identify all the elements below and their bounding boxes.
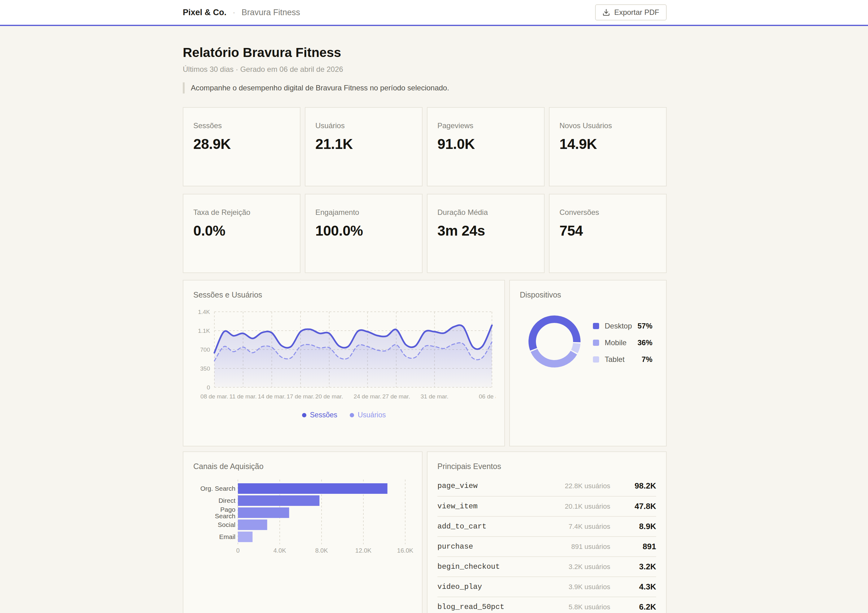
svg-text:Email: Email (219, 533, 236, 540)
bar-social (238, 520, 267, 530)
svg-text:4.0K: 4.0K (273, 547, 286, 554)
event-value: 6.2K (626, 602, 656, 612)
event-name: purchase (437, 542, 571, 551)
event-name: page_view (437, 482, 565, 490)
line-chart-legend: SessõesUsuários (193, 411, 494, 419)
devices-chart-title: Dispositivos (520, 290, 656, 299)
svg-text:0: 0 (236, 547, 239, 554)
kpi-grid: Sessões28.9KUsuários21.1KPageviews91.0KN… (183, 107, 666, 273)
bar-direct (238, 495, 319, 506)
devices-chart-card: Dispositivos Desktop57%Mobile36%Tablet7% (509, 280, 666, 446)
report-page: Pixel & Co. · Bravura Fitness Exportar P… (0, 0, 868, 613)
event-value: 98.2K (626, 481, 656, 491)
export-pdf-label: Exportar PDF (614, 8, 659, 17)
donut-slice-tablet (574, 343, 577, 352)
event-users: 3.2K usuários (569, 563, 610, 571)
export-pdf-button[interactable]: Exportar PDF (595, 4, 666, 20)
svg-text:11 de mar.: 11 de mar. (229, 393, 257, 400)
event-row-video-play: video_play3.9K usuários4.3K (437, 576, 656, 597)
event-name: begin_checkout (437, 562, 569, 571)
events-table-card: Principais Eventos page_view22.8K usuári… (427, 451, 666, 613)
event-users: 891 usuários (571, 543, 610, 551)
kpi-label: Duração Média (437, 208, 534, 217)
kpi-value: 91.0K (437, 136, 534, 152)
event-value: 8.9K (626, 522, 656, 531)
kpi-value: 28.9K (193, 136, 290, 152)
legend-item-sess-es: Sessões (302, 411, 337, 419)
event-users: 5.8K usuários (569, 603, 610, 611)
devices-donut-chart (525, 312, 584, 374)
channels-bar-chart: 04.0K8.0K12.0K16.0KOrg. SearchDirectPago… (193, 477, 412, 560)
device-pct: 57% (637, 322, 653, 330)
event-row-page-view: page_view22.8K usuários98.2K (437, 476, 656, 496)
kpi-card-sess-es: Sessões28.9K (183, 107, 301, 186)
legend-dot-icon (350, 413, 354, 417)
report-intro-quote: Acompanhe o desempenho digital de Bravur… (183, 82, 666, 93)
charts-row: Sessões e Usuários 03507001.1K1.4K08 de … (183, 280, 666, 446)
kpi-value: 14.9K (560, 136, 656, 152)
kpi-value: 0.0% (193, 222, 290, 239)
legend-swatch-icon (593, 323, 599, 329)
channels-chart-title: Canais de Aquisição (193, 462, 412, 471)
svg-text:700: 700 (200, 347, 210, 353)
svg-text:14 de mar.: 14 de mar. (258, 393, 286, 400)
legend-label: Usuários (358, 411, 386, 419)
device-pct: 36% (637, 338, 653, 347)
kpi-card-dura-o-m-dia: Duração Média3m 24s (427, 194, 545, 273)
top-navigation-bar: Pixel & Co. · Bravura Fitness Exportar P… (0, 0, 868, 26)
kpi-value: 754 (560, 222, 656, 239)
legend-label: Sessões (310, 411, 337, 419)
svg-text:27 de mar.: 27 de mar. (382, 393, 410, 400)
event-name: video_play (437, 583, 569, 591)
device-label: Tablet (604, 355, 642, 364)
kpi-card-pageviews: Pageviews91.0K (427, 107, 545, 186)
event-name: view_item (437, 502, 565, 511)
event-name: add_to_cart (437, 522, 569, 531)
kpi-card-convers-es: Conversões754 (549, 194, 666, 273)
kpi-card-taxa-de-rejei-o: Taxa de Rejeição0.0% (183, 194, 301, 273)
kpi-label: Usuários (315, 121, 412, 130)
kpi-label: Taxa de Rejeição (193, 208, 290, 217)
svg-text:1.4K: 1.4K (198, 309, 210, 315)
event-users: 3.9K usuários (569, 583, 610, 591)
kpi-card-engajamento: Engajamento100.0% (305, 194, 423, 273)
kpi-card-usu-rios: Usuários21.1K (305, 107, 423, 186)
device-pct: 7% (642, 355, 653, 364)
device-legend-row-mobile: Mobile36% (593, 338, 653, 347)
svg-text:8.0K: 8.0K (315, 547, 328, 554)
kpi-value: 100.0% (315, 222, 412, 239)
device-legend-row-tablet: Tablet7% (593, 355, 653, 364)
page-title: Relatório Bravura Fitness (183, 45, 666, 61)
svg-text:1.1K: 1.1K (198, 328, 210, 334)
svg-text:Direct: Direct (219, 497, 236, 504)
event-value: 3.2K (626, 562, 656, 571)
donut-slice-desktop (532, 319, 577, 349)
kpi-label: Pageviews (437, 121, 534, 130)
event-value: 891 (626, 542, 656, 551)
event-row-purchase: purchase891 usuários891 (437, 536, 656, 556)
donut-slice-mobile (534, 350, 574, 364)
kpi-value: 3m 24s (437, 222, 534, 239)
channels-chart-card: Canais de Aquisição 04.0K8.0K12.0K16.0KO… (183, 451, 423, 613)
svg-text:31 de mar.: 31 de mar. (421, 393, 449, 400)
download-icon (603, 9, 610, 16)
legend-dot-icon (302, 413, 306, 417)
svg-text:24 de mar.: 24 de mar. (353, 393, 381, 400)
event-row-begin-checkout: begin_checkout3.2K usuários3.2K (437, 556, 656, 576)
svg-text:08 de mar.: 08 de mar. (200, 393, 228, 400)
brand-separator: · (232, 8, 236, 17)
event-users: 7.4K usuários (569, 523, 610, 531)
kpi-label: Novos Usuários (560, 121, 656, 130)
event-users: 20.1K usuários (565, 503, 610, 511)
events-table-title: Principais Eventos (437, 462, 656, 471)
event-users: 22.8K usuários (565, 482, 610, 490)
svg-text:Pago: Pago (220, 506, 236, 513)
event-value: 4.3K (626, 582, 656, 591)
sessions-users-chart-card: Sessões e Usuários 03507001.1K1.4K08 de … (183, 280, 505, 446)
legend-swatch-icon (593, 340, 599, 346)
svg-text:17 de mar.: 17 de mar. (287, 393, 315, 400)
bar-pago-search (238, 508, 289, 518)
event-row-blog-read-50pct: blog_read_50pct5.8K usuários6.2K (437, 597, 656, 613)
kpi-label: Sessões (193, 121, 290, 130)
event-row-view-item: view_item20.1K usuários47.8K (437, 496, 656, 516)
